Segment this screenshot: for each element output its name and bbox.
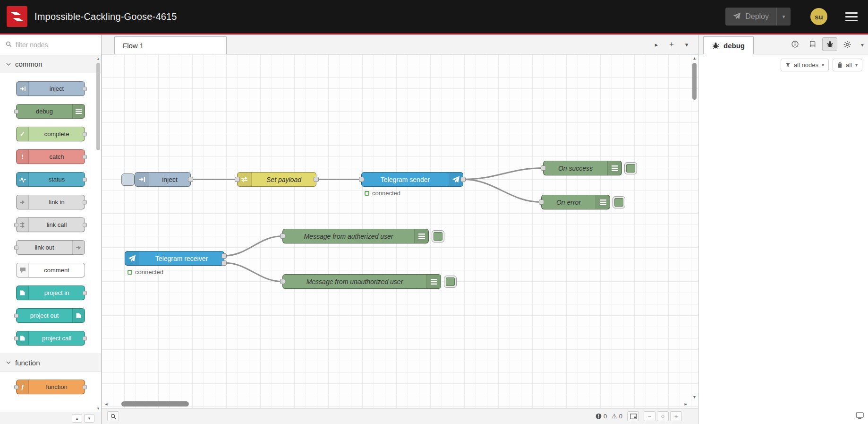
- node-set-payload[interactable]: Set payload: [237, 172, 316, 187]
- scrollbar-thumb[interactable]: [96, 63, 100, 150]
- tab-debug[interactable]: debug: [703, 36, 754, 54]
- wire[interactable]: [224, 263, 282, 282]
- footer-right-group: 0 ⚠ 0 − ○ +: [596, 411, 682, 421]
- flow-list-button[interactable]: ▾: [680, 38, 693, 51]
- add-flow-button[interactable]: +: [665, 38, 678, 51]
- palette-node-link-out[interactable]: link out: [16, 240, 85, 255]
- debug-toggle-button[interactable]: [444, 276, 457, 288]
- open-in-window-button[interactable]: [856, 412, 864, 421]
- output-port[interactable]: [188, 177, 193, 182]
- node-on-error[interactable]: On error: [541, 195, 610, 209]
- error-counter[interactable]: 0: [596, 413, 607, 420]
- palette-scrollbar[interactable]: ▴ ▾: [96, 56, 101, 411]
- input-port: [14, 109, 18, 113]
- node-message-authorized[interactable]: Message from autherized user: [282, 229, 429, 243]
- link-icon: [72, 241, 85, 254]
- input-port[interactable]: [280, 234, 285, 239]
- palette-node-link-call[interactable]: link call: [16, 217, 85, 232]
- zoom-in-button[interactable]: +: [670, 411, 682, 421]
- palette-node-comment[interactable]: comment: [16, 263, 85, 277]
- output-port-1[interactable]: [221, 253, 227, 259]
- palette-node-project-call[interactable]: project call: [16, 331, 85, 346]
- palette-node-label: debug: [17, 108, 72, 115]
- wire[interactable]: [463, 168, 543, 180]
- warning-counter[interactable]: ⚠ 0: [612, 413, 622, 420]
- expand-categories-button[interactable]: ▾: [84, 414, 94, 423]
- palette-search: [0, 35, 101, 55]
- scroll-up-icon[interactable]: ▴: [691, 55, 698, 61]
- user-avatar[interactable]: su: [810, 8, 827, 25]
- palette-category-function[interactable]: function: [0, 354, 101, 372]
- canvas-horizontal-scrollbar[interactable]: ◂ ▸: [102, 400, 689, 407]
- info-tab-button[interactable]: [787, 37, 802, 51]
- input-port[interactable]: [235, 177, 240, 182]
- palette-node-debug[interactable]: debug: [16, 104, 85, 119]
- scroll-tabs-button[interactable]: ▸: [650, 38, 663, 51]
- search-icon: [6, 41, 12, 49]
- zoom-out-button[interactable]: −: [644, 411, 655, 421]
- palette-node-function[interactable]: ƒ function: [16, 380, 85, 394]
- collapse-categories-button[interactable]: ▴: [72, 414, 82, 423]
- output-port[interactable]: [314, 177, 319, 182]
- scroll-up-icon[interactable]: ▴: [96, 56, 101, 61]
- scroll-right-icon[interactable]: ▸: [682, 401, 689, 407]
- inject-trigger-button[interactable]: [121, 173, 135, 186]
- scroll-left-icon[interactable]: ◂: [102, 401, 110, 407]
- toggle-navigator-button[interactable]: [627, 411, 639, 421]
- debug-filter-button[interactable]: all nodes ▾: [781, 59, 829, 71]
- debug-tab-button[interactable]: [822, 37, 837, 51]
- node-inject[interactable]: inject: [135, 172, 191, 187]
- palette-node-complete[interactable]: ✓ complete: [16, 127, 85, 141]
- input-port[interactable]: [280, 279, 285, 284]
- palette-category-common[interactable]: common: [0, 55, 101, 73]
- scroll-down-icon[interactable]: ▾: [96, 406, 101, 411]
- status-text: connected: [135, 268, 163, 276]
- debug-clear-button[interactable]: all ▾: [833, 59, 862, 71]
- minimap-icon: [630, 414, 637, 419]
- debug-toggle-button[interactable]: [624, 162, 637, 174]
- node-message-unauthorized[interactable]: Message from unauthorized user: [282, 274, 441, 289]
- palette-node-label: inject: [29, 85, 85, 92]
- output-port[interactable]: [460, 177, 466, 182]
- deploy-options-button[interactable]: ▾: [776, 8, 791, 26]
- chevron-down-icon: [6, 361, 11, 364]
- canvas-search-button[interactable]: [107, 411, 119, 421]
- exclamation-icon: !: [17, 150, 29, 164]
- debug-toggle-button[interactable]: [432, 230, 444, 242]
- scrollbar-thumb[interactable]: [121, 401, 189, 407]
- input-port[interactable]: [541, 165, 546, 171]
- filter-nodes-input[interactable]: [16, 41, 95, 49]
- canvas-vertical-scrollbar[interactable]: ▴ ▾: [691, 55, 698, 399]
- deploy-button[interactable]: Deploy ▾: [725, 8, 791, 26]
- palette-node-inject[interactable]: inject: [16, 81, 85, 96]
- output-port-2[interactable]: [221, 260, 227, 266]
- sidebar-collapse-button[interactable]: ▾: [857, 42, 868, 48]
- palette-node-project-in[interactable]: project in: [16, 286, 85, 300]
- node-status: connected: [128, 268, 163, 276]
- help-tab-button[interactable]: [805, 37, 820, 51]
- plus-icon: +: [669, 40, 674, 49]
- wire[interactable]: [224, 236, 282, 256]
- palette-node-status[interactable]: status: [16, 172, 85, 187]
- scroll-down-icon[interactable]: ▾: [691, 394, 698, 399]
- node-telegram-receiver[interactable]: Telegram receiver: [125, 251, 224, 266]
- input-port[interactable]: [539, 199, 544, 205]
- wire[interactable]: [463, 180, 541, 202]
- node-on-success[interactable]: On success: [543, 161, 622, 175]
- debug-toggle-button[interactable]: [613, 196, 625, 208]
- palette-node-catch[interactable]: ! catch: [16, 149, 85, 164]
- flow-canvas[interactable]: inject Set payload Telegram sender: [102, 54, 698, 408]
- comment-bubble-icon: [17, 263, 29, 277]
- palette-node-link-in[interactable]: link in: [16, 195, 85, 209]
- palette-node-project-out[interactable]: project out: [16, 308, 85, 323]
- zoom-reset-button[interactable]: ○: [657, 411, 669, 421]
- output-port: [83, 87, 87, 91]
- node-telegram-sender[interactable]: Telegram sender: [361, 172, 463, 187]
- input-port[interactable]: [359, 177, 364, 182]
- chevron-down-icon: ▾: [822, 62, 824, 68]
- main-menu-button[interactable]: [845, 12, 858, 21]
- errors-icon: [596, 413, 602, 419]
- scrollbar-thumb[interactable]: [692, 63, 697, 100]
- config-tab-button[interactable]: [840, 37, 855, 51]
- tab-flow-1[interactable]: Flow 1: [114, 36, 227, 54]
